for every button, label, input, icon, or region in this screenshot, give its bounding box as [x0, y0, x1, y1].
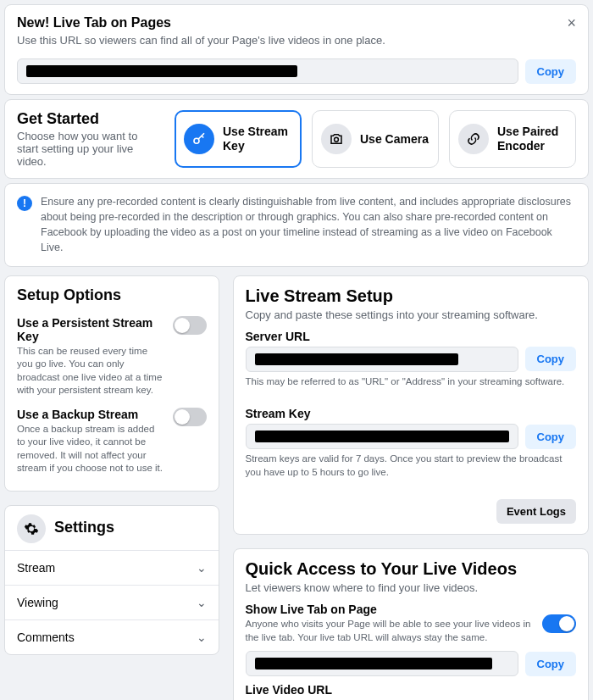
event-logs-button[interactable]: Event Logs — [496, 499, 576, 524]
key-icon — [184, 124, 214, 154]
option-label: Use Camera — [360, 132, 429, 147]
option-label: Use Paired Encoder — [497, 125, 567, 153]
persistent-key-title: Use a Persistent Stream Key — [17, 316, 164, 343]
camera-icon — [321, 124, 352, 154]
quick-access-card: Quick Access to Your Live Videos Let vie… — [233, 548, 590, 700]
option-label: Use Stream Key — [223, 125, 292, 153]
server-url-label: Server URL — [246, 330, 577, 343]
persistent-key-row: Use a Persistent Stream Key This can be … — [17, 311, 207, 403]
prerecorded-info-banner: ! Ensure any pre-recorded content is cle… — [4, 183, 589, 267]
quick-access-subtitle: Let viewers know where to find your live… — [246, 581, 577, 594]
server-url-note: This may be referred to as "URL" or "Add… — [246, 375, 577, 389]
get-started-title: Get Started — [17, 110, 161, 128]
info-text: Ensure any pre-recorded content is clear… — [41, 194, 576, 256]
show-live-tab-toggle[interactable] — [542, 614, 576, 633]
backup-stream-desc: Once a backup stream is added to your li… — [17, 423, 164, 475]
backup-stream-title: Use a Backup Stream — [17, 408, 164, 421]
settings-item-comments[interactable]: Comments ⌄ — [5, 619, 219, 654]
svg-point-1 — [335, 137, 339, 142]
settings-card: Settings Stream ⌄ Viewing ⌄ Comments ⌄ — [4, 505, 219, 655]
backup-stream-toggle[interactable] — [173, 408, 207, 426]
banner-subtitle: Use this URL so viewers can find all of … — [17, 34, 385, 47]
copy-live-tab-url-button[interactable]: Copy — [525, 59, 577, 84]
stream-key-note: Stream keys are valid for 7 days. Once y… — [246, 453, 577, 479]
live-tab-url-value — [246, 651, 518, 676]
option-camera[interactable]: Use Camera — [312, 110, 439, 168]
settings-item-label: Comments — [17, 631, 75, 644]
persistent-key-desc: This can be reused every time you go liv… — [17, 345, 164, 397]
gear-icon — [17, 514, 46, 543]
backup-stream-row: Use a Backup Stream Once a backup stream… — [17, 403, 207, 481]
persistent-key-toggle[interactable] — [173, 316, 207, 335]
settings-item-stream[interactable]: Stream ⌄ — [5, 550, 219, 585]
link-icon — [458, 124, 489, 154]
settings-item-label: Stream — [17, 561, 55, 575]
option-stream-key[interactable]: Use Stream Key — [175, 110, 302, 168]
copy-stream-key-button[interactable]: Copy — [525, 425, 577, 449]
settings-title: Settings — [54, 519, 114, 536]
chevron-down-icon: ⌄ — [197, 596, 207, 609]
get-started-subtitle: Choose how you want to start setting up … — [17, 130, 161, 168]
show-live-tab-title: Show Live Tab on Page — [246, 603, 535, 616]
live-video-url-title: Live Video URL — [246, 683, 577, 697]
chevron-down-icon: ⌄ — [197, 631, 207, 644]
chevron-down-icon: ⌄ — [197, 561, 207, 575]
setup-options-card: Setup Options Use a Persistent Stream Ke… — [4, 275, 219, 492]
quick-access-title: Quick Access to Your Live Videos — [246, 559, 577, 579]
setup-options-title: Setup Options — [17, 286, 207, 304]
close-icon[interactable]: × — [567, 15, 576, 31]
stream-key-label: Stream Key — [246, 407, 577, 420]
svg-point-0 — [194, 138, 199, 143]
get-started-card: Get Started Choose how you want to start… — [4, 99, 589, 179]
banner-title: New! Live Tab on Pages — [17, 15, 385, 31]
live-stream-title: Live Stream Setup — [246, 286, 577, 306]
live-tab-url-box — [17, 58, 518, 84]
settings-item-viewing[interactable]: Viewing ⌄ — [5, 585, 219, 619]
server-url-value — [246, 347, 518, 372]
option-paired-encoder[interactable]: Use Paired Encoder — [449, 110, 576, 168]
settings-item-label: Viewing — [17, 596, 58, 609]
stream-key-value — [246, 424, 518, 449]
live-stream-setup-card: Live Stream Setup Copy and paste these s… — [233, 275, 590, 536]
live-tab-banner: New! Live Tab on Pages Use this URL so v… — [4, 4, 589, 95]
copy-server-url-button[interactable]: Copy — [525, 347, 577, 371]
show-live-tab-desc: Anyone who visits your Page will be able… — [246, 618, 535, 644]
info-icon: ! — [17, 196, 32, 211]
live-stream-subtitle: Copy and paste these settings into your … — [246, 308, 577, 321]
copy-live-tab-button[interactable]: Copy — [525, 652, 577, 676]
